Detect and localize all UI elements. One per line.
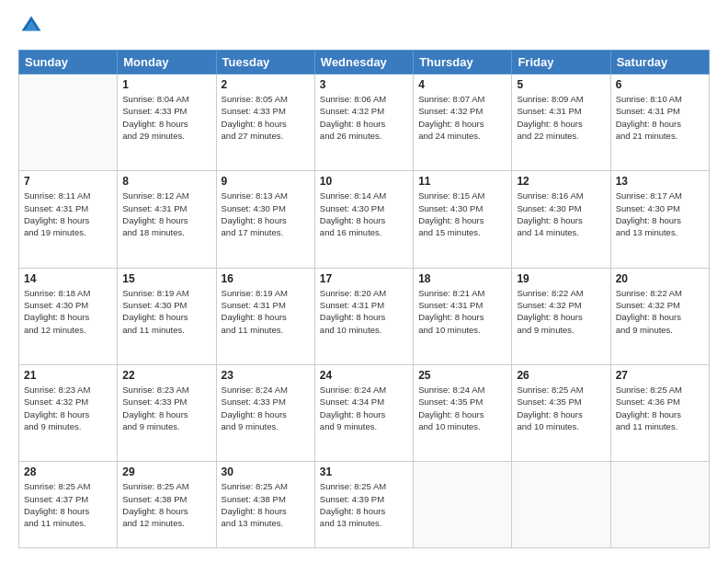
- calendar-cell: [610, 462, 709, 548]
- calendar-cell: 21Sunrise: 8:23 AMSunset: 4:32 PMDayligh…: [19, 365, 118, 462]
- calendar-cell: 30Sunrise: 8:25 AMSunset: 4:38 PMDayligh…: [216, 462, 314, 548]
- calendar-cell: 6Sunrise: 8:10 AMSunset: 4:31 PMDaylight…: [610, 75, 709, 171]
- calendar-cell: 7Sunrise: 8:11 AMSunset: 4:31 PMDaylight…: [19, 171, 118, 268]
- day-number: 2: [222, 78, 310, 91]
- day-number: 22: [122, 369, 210, 382]
- calendar-cell: 13Sunrise: 8:17 AMSunset: 4:30 PMDayligh…: [610, 171, 709, 268]
- calendar-cell: 10Sunrise: 8:14 AMSunset: 4:30 PMDayligh…: [314, 171, 413, 268]
- day-number: 29: [122, 465, 210, 478]
- day-number: 17: [320, 272, 408, 285]
- calendar-cell: 3Sunrise: 8:06 AMSunset: 4:32 PMDaylight…: [314, 75, 413, 171]
- day-info: Sunrise: 8:18 AMSunset: 4:30 PMDaylight:…: [24, 287, 112, 336]
- page: SundayMondayTuesdayWednesdayThursdayFrid…: [0, 0, 728, 563]
- day-info: Sunrise: 8:10 AMSunset: 4:31 PMDaylight:…: [616, 93, 704, 142]
- calendar-cell: 19Sunrise: 8:22 AMSunset: 4:32 PMDayligh…: [512, 268, 610, 364]
- day-info: Sunrise: 8:25 AMSunset: 4:37 PMDaylight:…: [24, 480, 112, 529]
- week-row-1: 1Sunrise: 8:04 AMSunset: 4:33 PMDaylight…: [19, 75, 710, 171]
- calendar-cell: [414, 462, 512, 548]
- day-info: Sunrise: 8:13 AMSunset: 4:30 PMDaylight:…: [222, 190, 310, 238]
- day-info: Sunrise: 8:07 AMSunset: 4:32 PMDaylight:…: [418, 93, 506, 142]
- day-number: 23: [222, 369, 310, 382]
- week-row-3: 14Sunrise: 8:18 AMSunset: 4:30 PMDayligh…: [19, 268, 710, 364]
- day-info: Sunrise: 8:23 AMSunset: 4:32 PMDaylight:…: [24, 384, 112, 432]
- weekday-monday: Monday: [118, 51, 216, 75]
- logo: [18, 15, 42, 40]
- weekday-tuesday: Tuesday: [216, 51, 314, 75]
- day-info: Sunrise: 8:25 AMSunset: 4:39 PMDaylight:…: [320, 480, 408, 529]
- day-info: Sunrise: 8:25 AMSunset: 4:35 PMDaylight:…: [517, 384, 605, 432]
- weekday-wednesday: Wednesday: [314, 51, 413, 75]
- day-number: 7: [24, 175, 112, 188]
- day-number: 26: [517, 369, 605, 382]
- weekday-thursday: Thursday: [414, 51, 512, 75]
- calendar-cell: 28Sunrise: 8:25 AMSunset: 4:37 PMDayligh…: [19, 462, 118, 548]
- day-info: Sunrise: 8:20 AMSunset: 4:31 PMDaylight:…: [320, 287, 408, 336]
- day-info: Sunrise: 8:12 AMSunset: 4:31 PMDaylight:…: [122, 190, 210, 238]
- day-number: 9: [222, 175, 310, 188]
- day-number: 13: [616, 175, 704, 188]
- calendar-cell: 16Sunrise: 8:19 AMSunset: 4:31 PMDayligh…: [216, 268, 314, 364]
- day-number: 21: [24, 369, 112, 382]
- day-number: 27: [616, 369, 704, 382]
- day-info: Sunrise: 8:04 AMSunset: 4:33 PMDaylight:…: [122, 93, 210, 142]
- day-number: 8: [122, 175, 210, 188]
- calendar-cell: 17Sunrise: 8:20 AMSunset: 4:31 PMDayligh…: [314, 268, 413, 364]
- calendar-cell: [19, 75, 118, 171]
- day-info: Sunrise: 8:25 AMSunset: 4:38 PMDaylight:…: [122, 480, 210, 529]
- day-number: 24: [320, 369, 408, 382]
- day-info: Sunrise: 8:15 AMSunset: 4:30 PMDaylight:…: [418, 190, 506, 238]
- calendar-cell: 24Sunrise: 8:24 AMSunset: 4:34 PMDayligh…: [314, 365, 413, 462]
- calendar-cell: 20Sunrise: 8:22 AMSunset: 4:32 PMDayligh…: [610, 268, 709, 364]
- day-info: Sunrise: 8:22 AMSunset: 4:32 PMDaylight:…: [616, 287, 704, 336]
- calendar-cell: 4Sunrise: 8:07 AMSunset: 4:32 PMDaylight…: [414, 75, 512, 171]
- day-number: 12: [517, 175, 605, 188]
- day-number: 15: [122, 272, 210, 285]
- day-number: 1: [122, 78, 210, 91]
- logo-icon: [20, 15, 42, 37]
- calendar-cell: 26Sunrise: 8:25 AMSunset: 4:35 PMDayligh…: [512, 365, 610, 462]
- day-info: Sunrise: 8:05 AMSunset: 4:33 PMDaylight:…: [222, 93, 310, 142]
- day-number: 4: [418, 78, 506, 91]
- calendar-cell: 31Sunrise: 8:25 AMSunset: 4:39 PMDayligh…: [314, 462, 413, 548]
- day-number: 14: [24, 272, 112, 285]
- weekday-friday: Friday: [512, 51, 610, 75]
- day-info: Sunrise: 8:23 AMSunset: 4:33 PMDaylight:…: [122, 384, 210, 432]
- day-number: 3: [320, 78, 408, 91]
- day-number: 18: [418, 272, 506, 285]
- header: [18, 15, 710, 40]
- calendar-cell: 1Sunrise: 8:04 AMSunset: 4:33 PMDaylight…: [118, 75, 216, 171]
- calendar-cell: 11Sunrise: 8:15 AMSunset: 4:30 PMDayligh…: [414, 171, 512, 268]
- calendar-cell: 23Sunrise: 8:24 AMSunset: 4:33 PMDayligh…: [216, 365, 314, 462]
- calendar-cell: 15Sunrise: 8:19 AMSunset: 4:30 PMDayligh…: [118, 268, 216, 364]
- day-number: 25: [418, 369, 506, 382]
- calendar-cell: 27Sunrise: 8:25 AMSunset: 4:36 PMDayligh…: [610, 365, 709, 462]
- calendar-cell: 29Sunrise: 8:25 AMSunset: 4:38 PMDayligh…: [118, 462, 216, 548]
- day-info: Sunrise: 8:19 AMSunset: 4:31 PMDaylight:…: [222, 287, 310, 336]
- day-info: Sunrise: 8:17 AMSunset: 4:30 PMDaylight:…: [616, 190, 704, 238]
- calendar-table: SundayMondayTuesdayWednesdayThursdayFrid…: [18, 50, 710, 548]
- calendar-cell: [512, 462, 610, 548]
- weekday-saturday: Saturday: [610, 51, 709, 75]
- day-number: 30: [222, 465, 310, 478]
- day-info: Sunrise: 8:09 AMSunset: 4:31 PMDaylight:…: [517, 93, 605, 142]
- day-number: 16: [222, 272, 310, 285]
- day-number: 6: [616, 78, 704, 91]
- calendar-cell: 12Sunrise: 8:16 AMSunset: 4:30 PMDayligh…: [512, 171, 610, 268]
- day-info: Sunrise: 8:24 AMSunset: 4:34 PMDaylight:…: [320, 384, 408, 432]
- calendar-cell: 2Sunrise: 8:05 AMSunset: 4:33 PMDaylight…: [216, 75, 314, 171]
- calendar-cell: 5Sunrise: 8:09 AMSunset: 4:31 PMDaylight…: [512, 75, 610, 171]
- day-number: 11: [418, 175, 506, 188]
- day-info: Sunrise: 8:14 AMSunset: 4:30 PMDaylight:…: [320, 190, 408, 238]
- calendar-cell: 22Sunrise: 8:23 AMSunset: 4:33 PMDayligh…: [118, 365, 216, 462]
- day-info: Sunrise: 8:19 AMSunset: 4:30 PMDaylight:…: [122, 287, 210, 336]
- day-number: 19: [517, 272, 605, 285]
- day-info: Sunrise: 8:24 AMSunset: 4:33 PMDaylight:…: [222, 384, 310, 432]
- week-row-2: 7Sunrise: 8:11 AMSunset: 4:31 PMDaylight…: [19, 171, 710, 268]
- calendar-cell: 25Sunrise: 8:24 AMSunset: 4:35 PMDayligh…: [414, 365, 512, 462]
- week-row-4: 21Sunrise: 8:23 AMSunset: 4:32 PMDayligh…: [19, 365, 710, 462]
- day-info: Sunrise: 8:11 AMSunset: 4:31 PMDaylight:…: [24, 190, 112, 238]
- day-number: 28: [24, 465, 112, 478]
- calendar-cell: 9Sunrise: 8:13 AMSunset: 4:30 PMDaylight…: [216, 171, 314, 268]
- day-info: Sunrise: 8:25 AMSunset: 4:38 PMDaylight:…: [222, 480, 310, 529]
- day-number: 31: [320, 465, 408, 478]
